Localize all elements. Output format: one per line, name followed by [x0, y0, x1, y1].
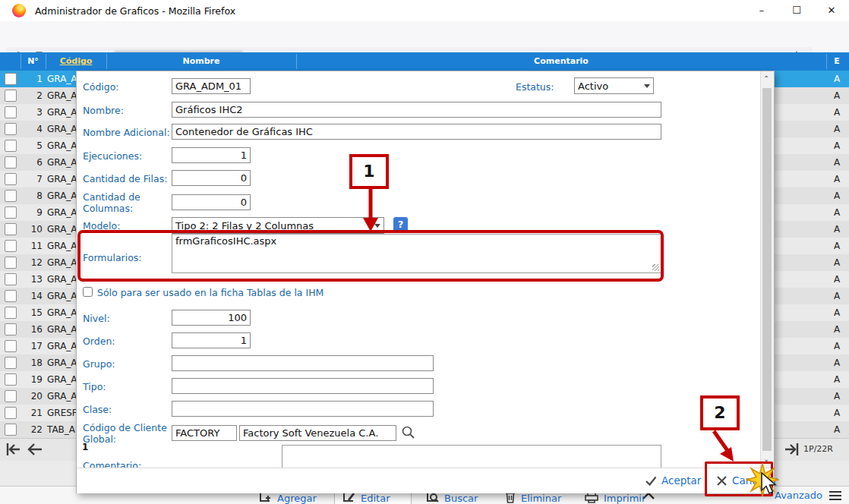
row-code: GRA_A — [47, 207, 77, 218]
row-checkbox[interactable] — [5, 156, 17, 169]
firefox-icon — [12, 4, 26, 17]
cliente-codigo-input[interactable] — [172, 425, 237, 441]
row-checkbox[interactable] — [5, 173, 17, 185]
toolbar-label: Eliminar — [521, 493, 561, 504]
scroll-up-icon[interactable]: ⌃ — [763, 74, 769, 83]
ejecuciones-input[interactable] — [172, 147, 251, 163]
row-number: 5 — [18, 140, 43, 151]
row-checkbox[interactable] — [5, 323, 17, 335]
column-header-nombre[interactable]: Nombre — [106, 56, 296, 66]
row-number: 6 — [18, 157, 43, 168]
row-checkbox[interactable] — [5, 373, 17, 386]
search-lookup-icon[interactable] — [401, 425, 415, 439]
dialog-scrollbar[interactable]: ⌃ ⌄ — [760, 71, 774, 468]
chevron-down-icon — [644, 84, 650, 91]
row-number: 18 — [18, 358, 43, 368]
row-checkbox[interactable] — [5, 340, 17, 352]
row-checkbox[interactable] — [5, 307, 17, 319]
row-checkbox[interactable] — [5, 257, 17, 269]
grupo-input[interactable] — [172, 355, 434, 371]
codigo-input[interactable] — [172, 78, 251, 94]
nivel-input[interactable] — [172, 310, 251, 326]
row-status: A — [826, 107, 847, 118]
cliente-nombre-input[interactable] — [239, 425, 396, 441]
annotation-highlight-formularios — [77, 230, 664, 282]
row-number: 19 — [18, 374, 43, 385]
row-checkbox[interactable] — [5, 240, 17, 252]
row-checkbox[interactable] — [5, 390, 17, 402]
row-status: A — [826, 257, 847, 268]
row-number: 16 — [18, 324, 43, 335]
row-number: 3 — [18, 107, 43, 118]
minimize-button[interactable]: – — [744, 0, 779, 21]
row-checkbox[interactable] — [5, 206, 17, 219]
toolbar-label: Imprimir — [604, 493, 645, 504]
row-checkbox[interactable] — [5, 223, 17, 235]
row-code: GRA_A — [47, 140, 77, 151]
row-code: GRA_A — [47, 241, 77, 251]
scrollbar-thumb[interactable] — [762, 88, 772, 451]
column-header-codigo[interactable]: Código — [46, 56, 106, 66]
row-checkbox[interactable] — [5, 106, 17, 118]
row-checkbox[interactable] — [5, 424, 17, 436]
row-checkbox[interactable] — [5, 73, 17, 85]
solo-ihm-checkbox[interactable] — [83, 287, 93, 297]
row-status: A — [826, 90, 847, 101]
row-number: 21 — [18, 408, 43, 418]
row-status: A — [826, 157, 847, 168]
estatus-value: Activo — [578, 80, 608, 92]
table-header: N° Código Nombre Comentario E — [0, 52, 849, 71]
row-status: A — [826, 324, 847, 335]
toolbar-label: Editar — [361, 493, 390, 504]
row-code: GRA_A — [47, 307, 77, 318]
row-checkbox[interactable] — [5, 273, 17, 285]
row-checkbox[interactable] — [5, 90, 17, 102]
accept-button[interactable]: Aceptar — [645, 474, 701, 487]
row-number: 14 — [18, 291, 43, 301]
row-code: GRA_A — [47, 107, 77, 118]
advanced-button[interactable]: Avanzado — [775, 490, 842, 501]
row-code: GRA_A — [47, 224, 77, 235]
maximize-button[interactable]: ☐ — [779, 0, 814, 21]
row-code: GRA_A — [47, 74, 77, 84]
row-checkbox[interactable] — [5, 123, 17, 135]
clase-input[interactable] — [172, 401, 434, 417]
estatus-select[interactable]: Activo — [574, 77, 654, 94]
grupo-label: Grupo: — [83, 358, 115, 370]
prev-page-icon[interactable] — [26, 441, 44, 458]
row-status: A — [826, 174, 847, 184]
nombre-adicional-input[interactable] — [172, 124, 661, 140]
column-header-num[interactable]: N° — [21, 56, 46, 66]
column-header-comentario[interactable]: Comentario — [296, 56, 826, 66]
nombre-input[interactable] — [172, 102, 661, 118]
row-number: 8 — [18, 191, 43, 201]
cantidad-filas-input[interactable] — [172, 170, 251, 186]
row-checkbox[interactable] — [5, 290, 17, 302]
row-code: GRA_A — [47, 257, 77, 268]
first-page-icon[interactable] — [5, 441, 23, 458]
window-title: Administrador de Graficos - Mozilla Fire… — [35, 5, 235, 17]
comentario-textarea[interactable] — [282, 445, 661, 468]
row-status: A — [826, 274, 847, 285]
column-header-estatus[interactable]: E — [826, 56, 847, 66]
application-window: Administrador de Graficos - Mozilla Fire… — [0, 0, 849, 504]
row-number: 2 — [18, 90, 43, 101]
row-code: GRA_A — [47, 324, 77, 335]
row-code: GRA_A — [47, 174, 77, 184]
row-checkbox[interactable] — [5, 407, 17, 419]
row-checkbox[interactable] — [5, 190, 17, 202]
ejecuciones-label: Ejecuciones: — [83, 150, 142, 162]
last-page-icon[interactable] — [782, 441, 800, 458]
row-code: GRA_A — [47, 191, 77, 201]
nombre-label: Nombre: — [83, 105, 124, 116]
accept-label: Aceptar — [661, 474, 701, 487]
row-checkbox[interactable] — [5, 357, 17, 369]
orden-input[interactable] — [172, 332, 251, 348]
tipo-input[interactable] — [172, 378, 434, 394]
row-checkbox[interactable] — [5, 140, 17, 152]
cantidad-columnas-input[interactable] — [172, 194, 251, 210]
clase-label: Clase: — [83, 404, 112, 415]
close-button[interactable]: ✕ — [814, 0, 849, 21]
window-titlebar: Administrador de Graficos - Mozilla Fire… — [0, 0, 849, 22]
row-status: A — [826, 74, 847, 84]
